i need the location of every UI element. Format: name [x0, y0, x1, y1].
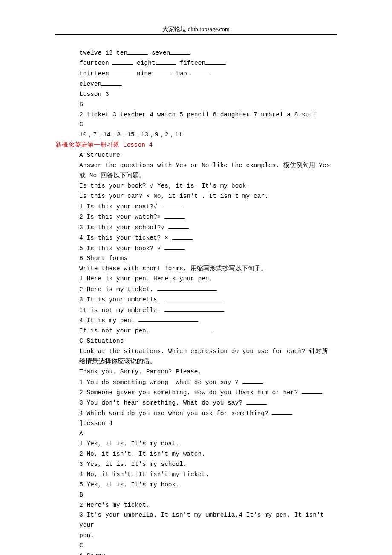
blank-field [138, 315, 198, 322]
blank-field [168, 223, 189, 229]
blank-field [164, 295, 224, 301]
text-line: ]Lesson 4 [55, 419, 337, 429]
blank-field [112, 69, 133, 75]
text-line: 3 Is this your school?√ [55, 223, 337, 233]
blank-field [101, 79, 122, 86]
blank-field [272, 408, 292, 415]
blank-field [156, 58, 176, 65]
document-page: 大家论坛 club.topsage.com twelve 12 ten seve… [0, 0, 392, 555]
text-line: 2 No, it isn't. It isn't my watch. [55, 449, 337, 460]
text-line: 1 Sorry. [55, 551, 337, 555]
text-line: Lesson 3 [55, 90, 337, 100]
text-line: 4 It is my pen. [55, 315, 337, 326]
text-line: Is this your book? √ Yes, it is. It's my… [55, 181, 337, 191]
text-line: C [55, 120, 337, 130]
blank-field [157, 284, 217, 291]
text-line: B Short forms [55, 254, 337, 264]
blank-field [164, 243, 185, 250]
blank-field [112, 58, 133, 65]
text-line: 10，7，14，8，15，13，9，2，11 [55, 130, 337, 140]
text-line: 1 You do something wrong. What do you sa… [55, 377, 337, 387]
page-header: 大家论坛 club.topsage.com [55, 26, 337, 33]
text-line: 2 Someone gives you something. How do yo… [55, 387, 337, 398]
text-line: pen. [55, 531, 337, 541]
blank-field [205, 58, 226, 65]
blank-field [302, 387, 322, 394]
blank-field [152, 69, 172, 75]
text-line: 5 Is this your book? √ [55, 243, 337, 254]
text-line: Is this your car? × No, it isn't . It is… [55, 191, 337, 202]
blank-field [127, 48, 148, 55]
text-line: A Structure [55, 150, 337, 161]
text-line: 1 Here is your pen. Here's your pen. [55, 274, 337, 284]
document-body: twelve 12 ten sevenfourteen eight fiftee… [55, 48, 337, 555]
text-line: twelve 12 ten seven [55, 48, 337, 58]
text-line: 2 Is this your watch?× [55, 212, 337, 222]
blank-field [161, 202, 181, 208]
text-line: 3 You don't hear something. What do you … [55, 398, 337, 408]
text-line: 3 It's your umbrella. It isn't my umbrel… [55, 510, 337, 531]
text-line: A [55, 429, 337, 439]
blank-field [164, 212, 185, 219]
section-heading: 新概念英语第一册习题 Lesson 4 [55, 140, 337, 150]
text-line: Answer the questions with Yes or No like… [55, 161, 337, 171]
text-line: Thank you. Sorry. Pardon? Please. [55, 367, 337, 377]
text-line: 4 No, it isn't. It isn't my ticket. [55, 470, 337, 480]
text-line: It is not your pen. [55, 326, 337, 336]
blank-field [153, 326, 213, 332]
text-line: C [55, 541, 337, 551]
text-line: 4 Which word do you use when you ask for… [55, 408, 337, 419]
text-line: thirteen nine two [55, 69, 337, 79]
text-line: B [55, 100, 337, 110]
header-rule [55, 34, 337, 35]
text-line: It is not my umbrella. [55, 305, 337, 315]
text-line: B [55, 490, 337, 500]
blank-field [172, 233, 193, 240]
blank-field [170, 48, 190, 55]
text-line: 2 ticket 3 teacher 4 watch 5 pencil 6 da… [55, 110, 337, 120]
blank-field [164, 305, 224, 312]
text-line: 2 Here's my ticket. [55, 500, 337, 511]
text-line: 3 Yes, it is. It's my school. [55, 460, 337, 470]
text-line: 5 Yes, it is. It's my book. [55, 480, 337, 490]
text-line: eleven [55, 79, 337, 89]
text-line: Look at the situations. Which expression… [55, 347, 337, 357]
text-line: fourteen eight fifteen [55, 58, 337, 68]
text-line: 1 Is this your coat?√ [55, 202, 337, 212]
text-line: 3 It is your umbrella. [55, 295, 337, 305]
blank-field [190, 69, 211, 75]
text-line: 或 No 回答以下问题。 [55, 171, 337, 181]
text-line: 给情景选择你应该说的话。 [55, 357, 337, 367]
blank-field [246, 398, 267, 405]
text-line: C Situations [55, 336, 337, 347]
text-line: Write these with short forms. 用缩写形式抄写以下句… [55, 264, 337, 274]
text-line: 4 Is this your ticket? × [55, 233, 337, 243]
text-line: 1 Yes, it is. It's my coat. [55, 439, 337, 449]
blank-field [242, 377, 263, 384]
text-line: 2 Here is my ticket. [55, 284, 337, 295]
